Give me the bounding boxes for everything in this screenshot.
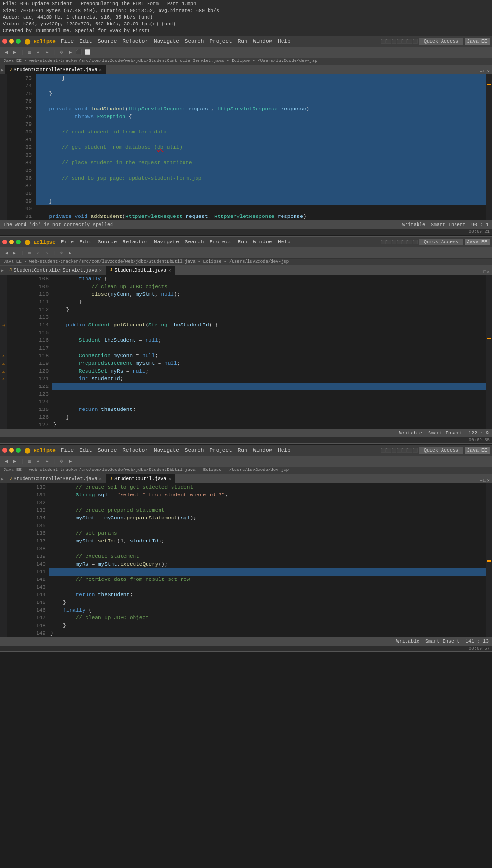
menu-project-3[interactable]: Project bbox=[207, 447, 234, 454]
menu-help-2[interactable]: Help bbox=[275, 239, 293, 245]
maximize-editor-2[interactable]: □ bbox=[483, 270, 486, 275]
maximize-button-3[interactable] bbox=[16, 448, 21, 453]
toolbar-icon-c1[interactable]: ◀ bbox=[2, 458, 10, 465]
menu-window-1[interactable]: Window bbox=[251, 38, 275, 45]
menu-search-1[interactable]: Search bbox=[183, 38, 207, 45]
toolbar-icon-4[interactable]: ↩ bbox=[35, 48, 42, 56]
java-ee-button-2[interactable]: Java EE bbox=[465, 239, 490, 245]
menu-file-3[interactable]: File bbox=[59, 447, 76, 454]
toolbar-icon-c3[interactable]: ⊞ bbox=[26, 458, 34, 465]
close-editor-2[interactable]: ✕ bbox=[487, 269, 490, 275]
editor-area-2[interactable]: ◁ ⚠ ⚠ ⚠ ⚠ 108 finally { bbox=[0, 275, 492, 429]
toolbar-icon-c5[interactable]: ↪ bbox=[43, 458, 51, 465]
toolbar-icon-b5[interactable]: ↪ bbox=[43, 249, 51, 257]
menu-file-2[interactable]: File bbox=[59, 239, 76, 245]
quick-access-input-2[interactable]: Quick Access bbox=[419, 239, 463, 245]
menu-refactor-3[interactable]: Refactor bbox=[120, 447, 150, 454]
menu-project-2[interactable]: Project bbox=[207, 239, 234, 245]
close-button-1[interactable] bbox=[2, 39, 7, 44]
menu-run-3[interactable]: Run bbox=[235, 447, 250, 454]
close-editor-3[interactable]: ✕ bbox=[487, 478, 490, 483]
close-button-3[interactable] bbox=[2, 448, 7, 453]
menu-navigate-1[interactable]: Navigate bbox=[151, 38, 182, 45]
close-button-2[interactable] bbox=[2, 240, 7, 244]
tab-dbutil-3[interactable]: J StudentDbUtil.java ✕ bbox=[106, 474, 175, 483]
line-content: Connection myConn = null; bbox=[52, 352, 486, 360]
sidebar-toggle-1[interactable]: ▶ bbox=[0, 65, 5, 74]
menu-search-3[interactable]: Search bbox=[183, 447, 207, 454]
menu-run-2[interactable]: Run bbox=[235, 239, 250, 245]
quick-access-input-1[interactable]: Quick Access bbox=[419, 38, 463, 45]
menu-help-1[interactable]: Help bbox=[275, 38, 293, 45]
menu-file-1[interactable]: File bbox=[59, 38, 76, 45]
minimize-editor-1[interactable]: — bbox=[480, 69, 482, 74]
toolbar-icon-9[interactable]: ⬜ bbox=[84, 48, 91, 56]
menu-navigate-3[interactable]: Navigate bbox=[151, 447, 182, 454]
tab-controller-2[interactable]: J StudentControllerServlet.java ✕ bbox=[5, 266, 106, 275]
line-content: // read student id from form data bbox=[36, 128, 486, 136]
menu-refactor-1[interactable]: Refactor bbox=[120, 38, 150, 45]
toolbar-icon-1[interactable]: ◀ bbox=[2, 48, 10, 56]
maximize-button-2[interactable] bbox=[16, 240, 21, 244]
minimize-editor-2[interactable]: — bbox=[480, 270, 482, 275]
java-ee-button-3[interactable]: Java EE bbox=[465, 447, 490, 454]
toolbar-icon-6[interactable]: ⚙ bbox=[58, 48, 65, 56]
close-editor-1[interactable]: ✕ bbox=[487, 69, 490, 74]
toolbar-icon-b6[interactable]: ⚙ bbox=[58, 249, 65, 257]
editor-area-3[interactable]: 130 // create sql to get selected studen… bbox=[0, 483, 492, 637]
tab-dbutil-2[interactable]: J StudentDbUtil.java ✕ bbox=[106, 266, 175, 275]
tab-close-3a[interactable]: ✕ bbox=[99, 476, 101, 482]
menu-project-1[interactable]: Project bbox=[207, 38, 234, 45]
tab-close-1[interactable]: ✕ bbox=[99, 67, 101, 72]
menu-run-1[interactable]: Run bbox=[235, 38, 250, 45]
maximize-editor-3[interactable]: □ bbox=[483, 478, 486, 483]
toolbar-icon-c4[interactable]: ↩ bbox=[35, 458, 42, 465]
toolbar-icon-b4[interactable]: ↩ bbox=[35, 249, 42, 257]
toolbar-icon-c7[interactable]: ▶ bbox=[66, 458, 74, 465]
toolbar-icon-5[interactable]: ↪ bbox=[43, 48, 51, 56]
tab-controller-3[interactable]: J StudentControllerServlet.java ✕ bbox=[5, 474, 106, 483]
menu-refactor-2[interactable]: Refactor bbox=[120, 239, 150, 245]
cursor-position-2: 122 : 9 bbox=[468, 431, 489, 436]
tab-close-2b[interactable]: ✕ bbox=[168, 268, 171, 273]
editor-area-1[interactable]: 73 } 74 75 } 76 77 bbox=[0, 74, 492, 220]
menu-edit-3[interactable]: Edit bbox=[77, 447, 94, 454]
sidebar-toggle-3[interactable]: ▶ bbox=[0, 474, 5, 483]
minimize-button-2[interactable] bbox=[9, 240, 14, 244]
menu-search-2[interactable]: Search bbox=[183, 239, 207, 245]
minimize-button-1[interactable] bbox=[9, 39, 14, 44]
tab-controls-1: — □ ✕ bbox=[480, 69, 492, 74]
toolbar-icon-b7[interactable]: ▶ bbox=[66, 249, 74, 257]
toolbar-icon-c2[interactable]: ▶ bbox=[11, 458, 19, 465]
tab-close-3b[interactable]: ✕ bbox=[168, 476, 171, 482]
quick-access-input-3[interactable]: Quick Access bbox=[419, 447, 463, 454]
java-ee-button-1[interactable]: Java EE bbox=[465, 38, 490, 45]
gutter-row bbox=[0, 313, 7, 321]
toolbar-icon-8[interactable]: ⬛ bbox=[75, 48, 83, 56]
toolbar-icon-2[interactable]: ▶ bbox=[11, 48, 19, 56]
toolbar-icon-b3[interactable]: ⊞ bbox=[26, 249, 34, 257]
menu-source-2[interactable]: Source bbox=[96, 239, 120, 245]
sidebar-toggle-2[interactable]: ▶ bbox=[0, 266, 5, 275]
maximize-button-1[interactable] bbox=[16, 39, 21, 44]
line-content bbox=[52, 398, 486, 406]
toolbar-icon-c6[interactable]: ⚙ bbox=[58, 458, 65, 465]
menu-navigate-2[interactable]: Navigate bbox=[151, 239, 182, 245]
menu-window-2[interactable]: Window bbox=[251, 239, 275, 245]
menu-edit-2[interactable]: Edit bbox=[77, 239, 94, 245]
tab-close-2a[interactable]: ✕ bbox=[99, 268, 101, 273]
toolbar-icon-b1[interactable]: ◀ bbox=[2, 249, 10, 257]
menu-window-3[interactable]: Window bbox=[251, 447, 275, 454]
minimize-editor-3[interactable]: — bbox=[480, 478, 482, 483]
toolbar-icon-b2[interactable]: ▶ bbox=[11, 249, 19, 257]
menu-source-1[interactable]: Source bbox=[96, 38, 120, 45]
menu-edit-1[interactable]: Edit bbox=[77, 38, 94, 45]
line-content: } bbox=[52, 298, 486, 306]
minimize-button-3[interactable] bbox=[9, 448, 14, 453]
maximize-editor-1[interactable]: □ bbox=[483, 69, 486, 74]
menu-source-3[interactable]: Source bbox=[96, 447, 120, 454]
tab-controller-1[interactable]: J StudentControllerServlet.java ✕ bbox=[5, 65, 106, 74]
toolbar-icon-7[interactable]: ▶ bbox=[66, 48, 74, 56]
toolbar-icon-3[interactable]: ⊞ bbox=[26, 48, 34, 56]
menu-help-3[interactable]: Help bbox=[275, 447, 293, 454]
